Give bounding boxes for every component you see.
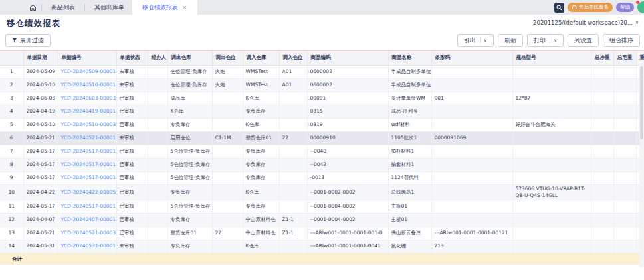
table-row[interactable]: 142024-05-31YCD-20240531-00001未审核专负库存K仓库… <box>0 240 644 253</box>
table-row[interactable]: 82024-05-17YCD-20240517-00001已审核5仓位管理-负库… <box>0 158 644 171</box>
column-header-in-warehouse[interactable]: 调入仓库 <box>243 51 279 65</box>
cell-doc-no[interactable]: YCD-20240510-00001 <box>58 78 116 92</box>
table-row[interactable]: 12024-05-09YCD-20240509-00001未审核仓位管理-负库存… <box>0 65 644 78</box>
table-row[interactable]: 42024-04-19YCD-20240419-00001已审核K仓库专负库存0… <box>0 105 644 118</box>
cell-doc-date: 2024-05-17 <box>23 145 58 158</box>
cell-product-code: 00091 <box>307 92 388 105</box>
column-header-operator[interactable]: 经办人 <box>148 51 167 65</box>
column-header-in-bin[interactable]: 调入仓位 <box>279 51 307 65</box>
cell-doc-no[interactable]: YCD-20240517-00001 <box>58 158 116 171</box>
column-header-weight-unit[interactable]: 重量单位 <box>636 51 644 65</box>
cell-doc-no[interactable]: YCD-20240517-00001 <box>58 200 116 213</box>
chevron-down-icon[interactable]: ∨ <box>480 36 487 44</box>
cell-doc-no[interactable]: YCD-20240603-00003 <box>58 92 116 105</box>
cell-out-bin <box>212 240 243 253</box>
total-label: 合计 <box>0 253 58 265</box>
cell-barcode <box>431 145 512 158</box>
tab-other-outbound[interactable]: 其他出库单 <box>86 0 132 15</box>
cell-in-warehouse: 专负库存 <box>243 171 279 184</box>
workspace-selector[interactable]: 20201125/(default workspace)20... ∨ <box>533 19 639 26</box>
aftersale-label: 售后在线服务 <box>579 4 609 11</box>
cell-in-bin <box>279 105 307 118</box>
cell-doc-no[interactable]: YCD-20240517-00001 <box>58 171 116 184</box>
column-header-product-code[interactable]: 商品编码 <box>307 51 388 65</box>
cell-total-gross-weight <box>613 118 636 131</box>
cell-out-bin <box>212 171 243 184</box>
aftersale-service-badge[interactable]: 售后在线服务 <box>568 3 613 12</box>
tab-product-list[interactable]: 商品列表 <box>43 0 83 15</box>
column-header-out-bin[interactable]: 调出仓位 <box>212 51 243 65</box>
table-row[interactable]: 22024-05-10YCD-20240510-00001未审核仓位管理-负库存… <box>0 78 644 92</box>
cell-doc-status: 已审核 <box>116 158 148 171</box>
cell-doc-no[interactable]: YCD-20240509-00001 <box>58 65 116 78</box>
tab-separator <box>41 4 42 11</box>
cell-out-bin <box>212 145 243 158</box>
close-icon[interactable]: × <box>182 5 187 11</box>
column-header-total-net-weight[interactable]: 总净重 <box>591 51 613 65</box>
column-header-total-gross-weight[interactable]: 总毛重 <box>613 51 636 65</box>
cell-doc-no[interactable]: YCD-20240521-00003 <box>58 226 116 240</box>
table-row[interactable]: 62024-05-21YCD-20240521-00001未审核启用仓位C1-1… <box>0 131 644 145</box>
cell-doc-date: 2024-05-09 <box>23 65 58 78</box>
cell-out-bin: 火炮 <box>212 65 243 78</box>
column-header-doc-date[interactable]: 单据日期 <box>23 51 58 65</box>
user-avatar[interactable] <box>637 1 644 13</box>
cell-in-warehouse: WMSTest <box>243 78 279 92</box>
refresh-label: 刷新 <box>504 36 516 45</box>
cell-row-index: 1 <box>0 65 23 78</box>
column-settings-button[interactable]: 列设置 <box>568 34 599 47</box>
cell-out-warehouse: 仓位管理-负库存 <box>167 78 212 92</box>
table-row[interactable]: 92024-05-17YCD-20240517-00001已审核5仓位管理-负库… <box>0 171 644 184</box>
expand-filter-button[interactable]: 展开过滤 <box>5 34 51 47</box>
cell-total-net-weight <box>591 105 613 118</box>
combo-sort-button[interactable]: 组合排序 <box>603 34 640 47</box>
cell-doc-status: 未审核 <box>116 65 148 78</box>
column-header-barcode[interactable]: 条形码 <box>431 51 512 65</box>
export-button[interactable]: 引出 ∨ <box>457 34 494 47</box>
column-header-spec-model[interactable]: 规格型号 <box>512 51 591 65</box>
cell-doc-no[interactable]: YCD-20240531-00001 <box>58 240 116 253</box>
chevron-down-icon[interactable]: ∨ <box>550 36 557 44</box>
cell-doc-no[interactable]: YCD-20240422-00005 <box>58 184 116 200</box>
column-header-doc-no[interactable]: 单据编号 <box>58 51 116 65</box>
vertical-scrollbar-thumb[interactable] <box>640 66 643 139</box>
cell-barcode: 213 <box>431 240 512 253</box>
cell-out-warehouse: 专负库存 <box>167 184 212 200</box>
cell-barcode <box>431 158 512 171</box>
cell-out-bin: 22 <box>212 226 243 240</box>
column-header-product-name[interactable]: 商品名称 <box>388 51 431 65</box>
total-row: 合计 <box>0 253 644 265</box>
cell-in-bin <box>279 240 307 253</box>
cell-in-bin: A01 <box>279 78 307 92</box>
column-header-doc-status[interactable]: 单据状态 <box>116 51 148 65</box>
print-label: 打印 <box>534 36 546 45</box>
cell-product-code: --0042 <box>307 158 388 171</box>
refresh-button[interactable]: 刷新 <box>498 34 523 47</box>
table-row[interactable]: 102024-04-22YCD-20240422-00005已审核专负库存K仓库… <box>0 184 644 200</box>
cell-doc-no[interactable]: YCD-20240419-00001 <box>58 105 116 118</box>
cell-total-gross-weight <box>613 131 636 145</box>
table-row[interactable]: 112024-05-17YCD-20240517-00001已审核5仓位管理-负… <box>0 200 644 213</box>
cell-in-bin <box>279 92 307 105</box>
tab-transfer-performance-report[interactable]: 移仓绩效报表 × <box>132 0 197 15</box>
cell-doc-no[interactable]: YCD-20240521-00001 <box>58 131 116 145</box>
table-row[interactable]: 72024-05-17YCD-20240517-00001已审核5仓位管理-负库… <box>0 145 644 158</box>
table-row[interactable]: 132024-05-21YCD-20240521-00003已审核整货仓库012… <box>0 226 644 240</box>
table-row[interactable]: 122024-04-07YCD-20240407-00001已审核专负库存中山原… <box>0 213 644 226</box>
cell-doc-no[interactable]: YCD-20240517-00001 <box>58 145 116 158</box>
search-button[interactable] <box>554 3 564 13</box>
table-row[interactable]: 52024-05-10YCD-20240510-00003已审核专负库存K仓库0… <box>0 118 644 131</box>
print-button[interactable]: 打印 ∨ <box>527 34 564 47</box>
cell-doc-no[interactable]: YCD-20240510-00003 <box>58 118 116 131</box>
cell-product-code: 0600002 <box>307 78 388 92</box>
column-header-out-warehouse[interactable]: 调出仓库 <box>167 51 212 65</box>
cell-row-index: 10 <box>0 184 23 200</box>
cell-out-warehouse: 启用仓位 <box>167 131 212 145</box>
home-icon[interactable] <box>25 0 40 15</box>
cell-doc-no[interactable]: YCD-20240407-00001 <box>58 213 116 226</box>
cell-in-bin: A01 <box>279 65 307 78</box>
cell-doc-date: 2024-05-17 <box>23 171 58 184</box>
cell-barcode <box>431 105 512 118</box>
table-row[interactable]: 32024-06-03YCD-20240603-00003已审核成品库K仓库00… <box>0 92 644 105</box>
help-badge[interactable]: 帮助 <box>616 3 634 12</box>
